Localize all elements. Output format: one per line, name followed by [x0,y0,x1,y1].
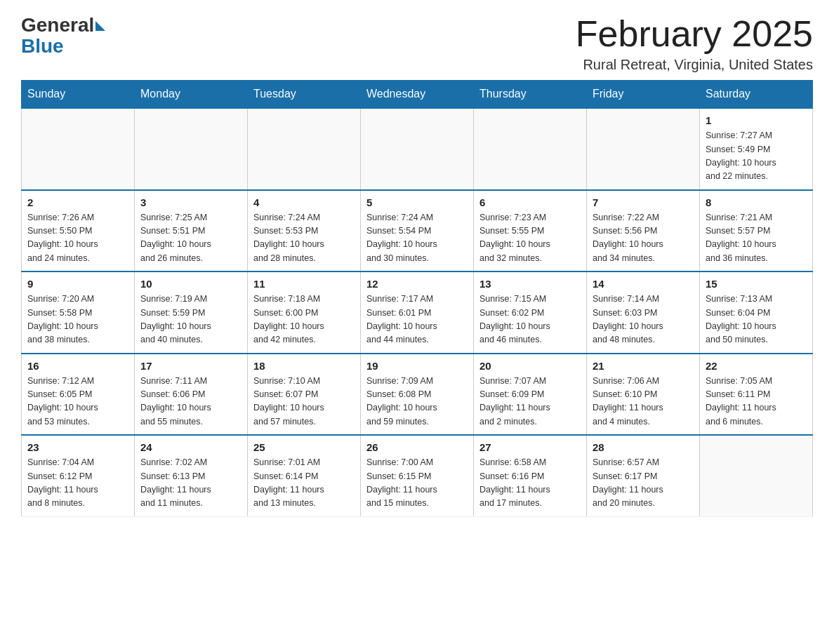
day-info: Sunrise: 7:18 AMSunset: 6:00 PMDaylight:… [253,293,355,347]
day-info: Sunrise: 7:14 AMSunset: 6:03 PMDaylight:… [593,293,694,347]
calendar-cell: 9Sunrise: 7:20 AMSunset: 5:58 PMDaylight… [22,271,135,354]
day-info: Sunrise: 7:23 AMSunset: 5:55 PMDaylight:… [479,211,581,266]
calendar-subtitle: Rural Retreat, Virginia, United States [576,57,813,73]
day-info: Sunrise: 7:24 AMSunset: 5:54 PMDaylight:… [366,211,468,266]
calendar-cell: 20Sunrise: 7:07 AMSunset: 6:09 PMDayligh… [474,354,587,436]
calendar-table: SundayMondayTuesdayWednesdayThursdayFrid… [21,80,813,517]
calendar-cell [587,108,700,190]
day-info: Sunrise: 7:20 AMSunset: 5:58 PMDaylight:… [27,293,128,347]
day-number: 10 [140,278,241,290]
day-number: 2 [27,196,128,208]
day-of-week-header: Wednesday [361,81,474,109]
calendar-cell: 24Sunrise: 7:02 AMSunset: 6:13 PMDayligh… [135,435,248,516]
day-number: 19 [366,360,468,372]
day-info: Sunrise: 6:58 AMSunset: 6:16 PMDaylight:… [479,456,581,511]
day-number: 9 [27,278,128,290]
calendar-cell: 11Sunrise: 7:18 AMSunset: 6:00 PMDayligh… [248,271,361,354]
calendar-cell: 14Sunrise: 7:14 AMSunset: 6:03 PMDayligh… [587,271,700,354]
calendar-cell: 8Sunrise: 7:21 AMSunset: 5:57 PMDaylight… [700,190,813,272]
day-number: 22 [706,360,807,372]
calendar-cell: 1Sunrise: 7:27 AMSunset: 5:49 PMDaylight… [700,108,813,190]
day-info: Sunrise: 7:25 AMSunset: 5:51 PMDaylight:… [140,211,241,266]
calendar-cell: 19Sunrise: 7:09 AMSunset: 6:08 PMDayligh… [361,354,474,436]
day-info: Sunrise: 7:09 AMSunset: 6:08 PMDaylight:… [366,375,468,429]
calendar-title: February 2025 [576,14,813,54]
day-number: 6 [479,196,581,208]
day-number: 17 [140,360,241,372]
logo: General Blue [21,14,105,56]
calendar-cell: 28Sunrise: 6:57 AMSunset: 6:17 PMDayligh… [587,435,700,516]
calendar-cell: 6Sunrise: 7:23 AMSunset: 5:55 PMDaylight… [474,190,587,272]
day-info: Sunrise: 7:19 AMSunset: 5:59 PMDaylight:… [140,293,241,347]
day-info: Sunrise: 7:15 AMSunset: 6:02 PMDaylight:… [479,293,581,347]
day-of-week-header: Monday [135,81,248,109]
day-number: 8 [706,196,807,208]
calendar-cell: 12Sunrise: 7:17 AMSunset: 6:01 PMDayligh… [361,271,474,354]
calendar-cell [700,435,813,516]
calendar-cell [474,108,587,190]
calendar-header-row: SundayMondayTuesdayWednesdayThursdayFrid… [22,81,813,109]
calendar-cell: 25Sunrise: 7:01 AMSunset: 6:14 PMDayligh… [248,435,361,516]
day-info: Sunrise: 7:07 AMSunset: 6:09 PMDaylight:… [479,375,581,429]
day-number: 11 [253,278,355,290]
day-of-week-header: Tuesday [248,81,361,109]
calendar-cell: 10Sunrise: 7:19 AMSunset: 5:59 PMDayligh… [135,271,248,354]
calendar-cell: 21Sunrise: 7:06 AMSunset: 6:10 PMDayligh… [587,354,700,436]
day-info: Sunrise: 7:26 AMSunset: 5:50 PMDaylight:… [27,211,128,266]
day-of-week-header: Sunday [22,81,135,109]
calendar-week-row: 9Sunrise: 7:20 AMSunset: 5:58 PMDaylight… [22,271,813,354]
day-number: 18 [253,360,355,372]
logo-triangle-icon [95,21,105,31]
day-number: 27 [479,441,581,453]
day-number: 3 [140,196,241,208]
day-info: Sunrise: 7:21 AMSunset: 5:57 PMDaylight:… [706,211,807,266]
day-info: Sunrise: 7:00 AMSunset: 6:15 PMDaylight:… [366,456,468,511]
day-info: Sunrise: 7:11 AMSunset: 6:06 PMDaylight:… [140,375,241,429]
calendar-cell: 22Sunrise: 7:05 AMSunset: 6:11 PMDayligh… [700,354,813,436]
calendar-cell: 17Sunrise: 7:11 AMSunset: 6:06 PMDayligh… [135,354,248,436]
day-number: 16 [27,360,128,372]
day-info: Sunrise: 7:06 AMSunset: 6:10 PMDaylight:… [593,375,694,429]
day-of-week-header: Thursday [474,81,587,109]
calendar-cell: 7Sunrise: 7:22 AMSunset: 5:56 PMDaylight… [587,190,700,272]
calendar-cell: 15Sunrise: 7:13 AMSunset: 6:04 PMDayligh… [700,271,813,354]
day-number: 20 [479,360,581,372]
calendar-cell: 23Sunrise: 7:04 AMSunset: 6:12 PMDayligh… [22,435,135,516]
day-info: Sunrise: 7:04 AMSunset: 6:12 PMDaylight:… [27,456,128,511]
day-number: 12 [366,278,468,290]
calendar-cell [135,108,248,190]
day-number: 25 [253,441,355,453]
day-number: 14 [593,278,694,290]
calendar-cell: 16Sunrise: 7:12 AMSunset: 6:05 PMDayligh… [22,354,135,436]
calendar-week-row: 16Sunrise: 7:12 AMSunset: 6:05 PMDayligh… [22,354,813,436]
day-number: 24 [140,441,241,453]
calendar-cell [361,108,474,190]
day-of-week-header: Saturday [700,81,813,109]
day-number: 23 [27,441,128,453]
day-info: Sunrise: 7:05 AMSunset: 6:11 PMDaylight:… [706,375,807,429]
day-info: Sunrise: 7:22 AMSunset: 5:56 PMDaylight:… [593,211,694,266]
calendar-cell: 4Sunrise: 7:24 AMSunset: 5:53 PMDaylight… [248,190,361,272]
calendar-week-row: 1Sunrise: 7:27 AMSunset: 5:49 PMDaylight… [22,108,813,190]
day-info: Sunrise: 7:02 AMSunset: 6:13 PMDaylight:… [140,456,241,511]
day-info: Sunrise: 7:13 AMSunset: 6:04 PMDaylight:… [706,293,807,347]
day-number: 5 [366,196,468,208]
day-info: Sunrise: 7:27 AMSunset: 5:49 PMDaylight:… [706,129,807,184]
day-info: Sunrise: 6:57 AMSunset: 6:17 PMDaylight:… [593,456,694,511]
day-number: 26 [366,441,468,453]
page-header: General Blue February 2025 Rural Retreat… [21,14,813,73]
calendar-cell: 13Sunrise: 7:15 AMSunset: 6:02 PMDayligh… [474,271,587,354]
day-info: Sunrise: 7:01 AMSunset: 6:14 PMDaylight:… [253,456,355,511]
title-section: February 2025 Rural Retreat, Virginia, U… [576,14,813,73]
calendar-week-row: 23Sunrise: 7:04 AMSunset: 6:12 PMDayligh… [22,435,813,516]
day-number: 1 [706,114,807,126]
logo-blue-text: Blue [21,36,64,56]
day-info: Sunrise: 7:24 AMSunset: 5:53 PMDaylight:… [253,211,355,266]
day-number: 15 [706,278,807,290]
day-number: 28 [593,441,694,453]
day-number: 21 [593,360,694,372]
logo-general-text: General [21,14,94,36]
day-info: Sunrise: 7:12 AMSunset: 6:05 PMDaylight:… [27,375,128,429]
day-number: 4 [253,196,355,208]
day-number: 13 [479,278,581,290]
